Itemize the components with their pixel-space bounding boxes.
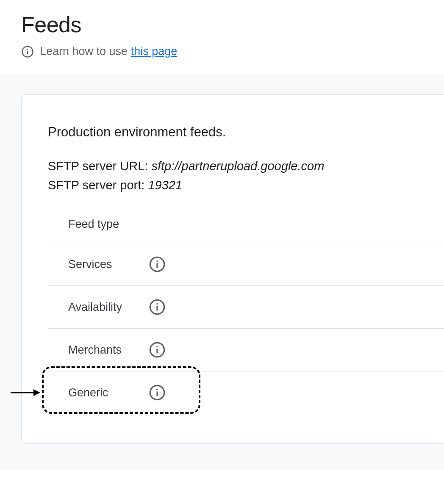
sftp-url-line: SFTP server URL: sftp://partnerupload.go… [48,159,444,173]
sftp-port-value: 19321 [148,178,182,192]
body-area: Production environment feeds. SFTP serve… [0,75,444,469]
table-row: Services [48,243,444,285]
info-icon[interactable] [149,256,166,273]
info-icon[interactable] [149,341,166,358]
learn-hint-text: Learn how to use this page [40,45,177,58]
info-icon [21,45,34,58]
feed-type-label: Merchants [68,343,149,357]
svg-point-11 [156,346,158,348]
svg-point-2 [27,49,28,50]
sftp-url-value: sftp://partnerupload.google.com [151,159,324,173]
info-icon[interactable] [149,384,166,401]
page-header: Feeds Learn how to use this page [0,0,444,75]
info-icon[interactable] [149,299,166,316]
feed-type-label: Services [68,258,149,271]
svg-point-5 [156,260,158,262]
card-heading: Production environment feeds. [48,125,444,140]
table-row-generic: Generic [48,371,444,414]
sftp-port-label: SFTP server port: [48,178,144,192]
table-row: Merchants [48,328,444,371]
svg-marker-16 [33,389,40,396]
sftp-url-label: SFTP server URL: [48,159,148,173]
sftp-port-line: SFTP server port: 19321 [48,178,444,192]
svg-point-14 [156,389,158,390]
feeds-card: Production environment feeds. SFTP serve… [21,94,444,444]
feed-type-label: Generic [68,386,149,399]
table-row: Availability [48,285,444,328]
learn-prefix: Learn how to use [40,45,128,58]
learn-link[interactable]: this page [131,45,178,58]
table-header-feed-type: Feed type [48,218,444,243]
page-title: Feeds [21,12,423,37]
feed-type-label: Availability [68,301,149,314]
learn-hint: Learn how to use this page [21,45,423,58]
svg-point-8 [156,303,158,305]
feed-type-table: Feed type Services Availability [48,218,444,414]
arrow-icon [10,388,40,398]
